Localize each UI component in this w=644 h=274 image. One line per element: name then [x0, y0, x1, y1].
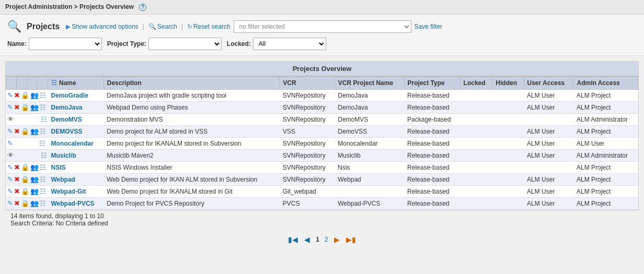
group-icon[interactable]: 👥 [30, 104, 39, 111]
project-name[interactable]: DemoJava [48, 101, 104, 113]
prev-page-btn[interactable]: ◀ [302, 234, 312, 245]
grid-icon[interactable]: ☷ [40, 188, 46, 195]
row-actions: 👁☷ [6, 113, 48, 125]
table-row: ✎✖🔒👥☷DemoJavaWebpad Demo using PhasesSVN… [6, 101, 638, 113]
grid-icon[interactable]: ☷ [40, 164, 46, 171]
project-name[interactable]: Monocalendar [48, 137, 104, 149]
project-name[interactable]: NSIS [48, 161, 104, 173]
edit-icon[interactable]: ✎ [7, 104, 13, 111]
project-name[interactable]: DemoGradle [48, 89, 104, 101]
project-name-link[interactable]: Webpad-PVCS [51, 200, 95, 207]
table-row: ✎✖🔒👥☷DemoGradleDemoJava project with gra… [6, 89, 638, 101]
save-filter-label: Save filter [415, 23, 442, 30]
filter-select[interactable]: no filter selected [234, 20, 411, 33]
delete-icon[interactable]: ✖ [14, 128, 20, 135]
group-icon[interactable]: 👥 [30, 188, 39, 195]
project-name[interactable]: Musiclib [48, 149, 104, 161]
page-1-btn[interactable]: 1 [314, 235, 321, 244]
project-name-link[interactable]: DEMOVSS [51, 128, 83, 135]
vcr-project-name: DemoJava [335, 101, 404, 113]
project-type: Release-based [404, 149, 460, 161]
project-name-link[interactable]: DemoGradle [51, 92, 88, 99]
table-row: ✎✖🔒👥☷DEMOVSSDemo project for ALM stored … [6, 125, 638, 137]
grid-icon[interactable]: ☷ [40, 104, 46, 111]
edit-icon[interactable]: ✎ [7, 200, 13, 207]
reset-search-link[interactable]: ↻ Reset search [187, 23, 231, 30]
edit-icon[interactable]: ✎ [7, 164, 13, 171]
project-name-link[interactable]: DemoMVS [51, 116, 82, 123]
project-type: Release-based [404, 197, 460, 209]
group-icon[interactable]: 👥 [30, 164, 39, 171]
lock-icon[interactable]: 🔒 [21, 200, 29, 207]
show-advanced-options-label: Show advanced options [72, 23, 138, 30]
grid-icon[interactable]: ☷ [40, 92, 46, 99]
user-access: ALM User [524, 101, 573, 113]
edit-icon[interactable]: ✎ [7, 140, 13, 147]
edit-icon[interactable]: ✎ [7, 188, 13, 195]
help-icon[interactable]: ? [139, 4, 146, 11]
delete-icon[interactable]: ✖ [14, 92, 20, 99]
edit-icon[interactable]: ✎ [7, 176, 13, 183]
project-name[interactable]: Webpad-Git [48, 185, 104, 197]
project-name-link[interactable]: Monocalendar [51, 140, 94, 147]
project-type-select[interactable] [148, 38, 222, 50]
delete-icon[interactable]: ✖ [14, 188, 20, 195]
project-vcr: PVCS [280, 197, 335, 209]
col-user-access-header: User Access [524, 76, 573, 89]
eye-icon[interactable]: 👁 [7, 115, 14, 123]
group-icon[interactable]: 👥 [30, 128, 39, 135]
first-page-btn[interactable]: ▮◀ [286, 234, 300, 245]
lock-icon[interactable]: 🔒 [21, 128, 29, 135]
delete-icon[interactable]: ✖ [14, 176, 20, 183]
grid-icon[interactable]: ☷ [40, 200, 46, 207]
project-type: Package-based [404, 113, 460, 125]
project-name[interactable]: Webpad-PVCS [48, 197, 104, 209]
edit-icon[interactable]: ✎ [7, 128, 13, 135]
show-advanced-options-link[interactable]: ▶ Show advanced options [66, 23, 138, 30]
col-locked-header: Locked [460, 76, 492, 89]
project-name-link[interactable]: Webpad [51, 176, 75, 183]
project-description: Web Demo project for IKANALM stored in G… [104, 185, 280, 197]
next-page-btn[interactable]: ▶ [332, 234, 342, 245]
grid-icon[interactable]: ☷ [40, 128, 46, 135]
group-icon[interactable]: 👥 [30, 92, 39, 99]
project-type: Release-based [404, 173, 460, 185]
lock-icon[interactable]: 🔒 [21, 176, 29, 183]
grid-icon[interactable]: ☷ [39, 140, 45, 147]
project-name[interactable]: DEMOVSS [48, 125, 104, 137]
lock-icon[interactable]: 🔒 [21, 188, 29, 195]
group-icon[interactable]: 👥 [30, 200, 39, 207]
edit-icon[interactable]: ✎ [7, 92, 13, 99]
lock-icon[interactable]: 🔒 [21, 164, 29, 171]
grid-icon[interactable]: ☷ [40, 176, 46, 183]
project-name[interactable]: DemoMVS [48, 113, 104, 125]
edit-placeholder: 👁 [7, 152, 15, 159]
grid-icon[interactable]: ☷ [41, 152, 47, 159]
search-link[interactable]: 🔍 Search [148, 23, 177, 30]
project-name-link[interactable]: NSIS [51, 164, 66, 171]
name-filter-label: Name: [7, 40, 27, 47]
project-description: NSIS Windows Installer [104, 161, 280, 173]
delete-icon[interactable]: ✖ [14, 200, 20, 207]
group-icon[interactable]: 👥 [30, 176, 39, 183]
project-name[interactable]: Webpad [48, 173, 104, 185]
edit-placeholder: 👁 [7, 116, 15, 123]
project-name-link[interactable]: DemoJava [51, 104, 83, 111]
admin-access: ALM Project [573, 101, 638, 113]
delete-icon[interactable]: ✖ [14, 164, 20, 171]
eye-icon[interactable]: 👁 [7, 151, 14, 159]
save-filter-link[interactable]: Save filter [415, 23, 442, 30]
lock-icon[interactable]: 🔒 [21, 104, 29, 111]
lock-icon[interactable]: 🔒 [21, 92, 29, 99]
reset-search-label: Reset search [193, 23, 231, 30]
locked-select[interactable]: All [253, 38, 326, 50]
project-locked [460, 113, 492, 125]
project-name-link[interactable]: Webpad-Git [51, 188, 86, 195]
last-page-btn[interactable]: ▶▮ [344, 234, 358, 245]
page-2-btn[interactable]: 2 [323, 235, 330, 244]
project-name-link[interactable]: Musiclib [51, 152, 76, 159]
delete-icon[interactable]: ✖ [14, 104, 20, 111]
name-filter-select[interactable] [29, 38, 102, 50]
project-hidden [492, 149, 524, 161]
grid-icon[interactable]: ☷ [41, 116, 47, 123]
